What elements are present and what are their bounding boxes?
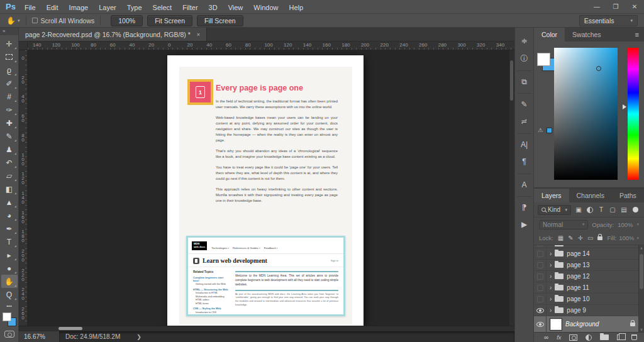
- layer-row[interactable]: ›page 11: [534, 282, 644, 294]
- eraser-tool[interactable]: ▱: [1, 169, 18, 182]
- crop-tool[interactable]: #: [1, 90, 18, 103]
- menu-filter[interactable]: Filter: [182, 4, 197, 11]
- color-tab-color[interactable]: Color: [534, 28, 565, 41]
- layer-row[interactable]: ›page 14: [534, 248, 644, 260]
- gamut-color-swatch[interactable]: [547, 128, 552, 133]
- properties-panel-icon[interactable]: ⧉: [517, 70, 532, 87]
- mdn-sidebar-link[interactable]: CSS — Styling the Web: [193, 307, 230, 310]
- blur-tool[interactable]: ▲: [1, 196, 18, 209]
- hand-tool[interactable]: ✋: [1, 275, 18, 288]
- hue-slider[interactable]: [628, 48, 639, 180]
- glyphs-panel-icon[interactable]: A: [517, 174, 532, 190]
- move-tool[interactable]: ✛: [1, 37, 18, 50]
- blend-mode-dropdown[interactable]: Normal: [539, 220, 588, 229]
- mdn-sidebar-link[interactable]: HTML — Structuring the Web: [193, 288, 230, 291]
- filter-pixel-layers-icon[interactable]: ▣: [575, 206, 582, 213]
- filter-toggle-icon[interactable]: [631, 207, 639, 212]
- menu-select[interactable]: Select: [153, 4, 172, 11]
- mdn-nav-references-guides[interactable]: References & Guides▾: [233, 246, 260, 250]
- layer-visibility-toggle[interactable]: [534, 271, 547, 282]
- document-page[interactable]: 1 Every page is page one In the field of…: [167, 55, 364, 326]
- info-panel-icon[interactable]: ⓘ: [517, 53, 532, 64]
- menu-type[interactable]: Type: [127, 4, 142, 11]
- lock-artboard-icon[interactable]: ▭: [587, 234, 593, 241]
- scroll-up-arrow[interactable]: ∧: [639, 246, 644, 250]
- paragraph-panel-icon[interactable]: ¶: [517, 156, 532, 167]
- character-panel-icon[interactable]: A|: [517, 133, 532, 150]
- foreground-color-swatch[interactable]: [3, 312, 11, 321]
- menu-window[interactable]: Window: [253, 4, 278, 11]
- document-tab[interactable]: page 2-Recovered.psd @ 16.7% (Background…: [19, 28, 207, 41]
- dodge-tool[interactable]: ◕: [1, 209, 18, 222]
- scroll-down-arrow[interactable]: ∨: [639, 327, 644, 331]
- status-menu-chevron[interactable]: ❯: [136, 334, 142, 340]
- path-selection-tool[interactable]: ▸: [1, 248, 18, 262]
- layers-tab-layers[interactable]: Layers: [534, 189, 569, 202]
- clone-stamp-tool[interactable]: ♟: [1, 143, 18, 156]
- brush-tool[interactable]: ✎: [1, 130, 18, 143]
- eyedropper-tool[interactable]: ✑: [1, 103, 18, 116]
- zoom-level-field[interactable]: 16.67%: [24, 333, 53, 340]
- new-adjustment-layer-icon[interactable]: [586, 334, 592, 341]
- zoom-tool[interactable]: Q: [1, 288, 18, 301]
- fill-screen-button[interactable]: Fill Screen: [197, 15, 243, 26]
- menu-edit[interactable]: Edit: [47, 4, 58, 11]
- type-tool[interactable]: T: [1, 235, 18, 248]
- minimize-button[interactable]: —: [587, 0, 606, 14]
- mdn-nav-feedback[interactable]: Feedback▾: [264, 246, 278, 250]
- adjustments-panel-icon[interactable]: ≑: [517, 35, 532, 47]
- layers-tab-paths[interactable]: Paths: [612, 189, 644, 202]
- lasso-tool[interactable]: ϱ: [1, 63, 18, 77]
- pen-tool[interactable]: ✒: [1, 222, 18, 235]
- color-picker-ring[interactable]: [596, 66, 601, 71]
- menu-3d[interactable]: 3D: [209, 4, 218, 11]
- rectangular-marquee-tool[interactable]: [1, 50, 18, 63]
- lock-all-icon[interactable]: [597, 236, 602, 240]
- layer-visibility-toggle[interactable]: [534, 316, 547, 332]
- layer-visibility-toggle[interactable]: [534, 245, 547, 248]
- foreground-color-swatch[interactable]: [537, 53, 550, 66]
- opacity-value[interactable]: 100%: [618, 221, 633, 228]
- spot-healing-brush-tool[interactable]: ✚: [1, 116, 18, 130]
- paragraph-styles-panel-icon[interactable]: ⁋: [517, 196, 532, 212]
- chevron-down-icon[interactable]: [18, 18, 20, 23]
- hue-slider-pointer[interactable]: [623, 104, 629, 109]
- layer-style-icon[interactable]: fx: [557, 334, 561, 341]
- layers-tab-channels[interactable]: Channels: [569, 189, 612, 202]
- gradient-tool[interactable]: ◧: [1, 182, 18, 196]
- background-layer-row[interactable]: Background: [534, 316, 644, 332]
- lock-transparent-pixels-icon[interactable]: ▦: [558, 234, 564, 241]
- menu-image[interactable]: Image: [69, 4, 89, 11]
- layer-filter-kind-dropdown[interactable]: Kind: [538, 205, 571, 215]
- mdn-sidebar-item[interactable]: Getting started with the Web: [193, 283, 230, 285]
- scroll-all-windows-checkbox[interactable]: [32, 18, 38, 23]
- menu-layer[interactable]: Layer: [99, 4, 116, 11]
- mdn-nav-technologies[interactable]: Technologies▾: [211, 246, 229, 250]
- panel-menu-icon[interactable]: ≡: [630, 28, 644, 41]
- edit-toolbar-icon[interactable]: •••: [6, 303, 11, 309]
- new-layer-icon[interactable]: [617, 334, 623, 340]
- layer-visibility-toggle[interactable]: [534, 305, 547, 316]
- lock-image-pixels-icon[interactable]: ✎: [568, 234, 573, 241]
- brushes-panel-icon[interactable]: ✎: [517, 93, 532, 109]
- layer-row[interactable]: ›page 10: [534, 294, 644, 305]
- toolbar-collapse-control[interactable]: »: [0, 28, 18, 35]
- scrollbar-thumb[interactable]: [640, 254, 643, 289]
- workspace-switcher[interactable]: Essentials: [579, 15, 638, 26]
- link-layers-icon[interactable]: ∞: [544, 334, 548, 341]
- new-group-icon[interactable]: [600, 334, 609, 340]
- mdn-sidebar-item[interactable]: HTML forms: [193, 302, 230, 305]
- gamut-warning-icon[interactable]: ⚠: [538, 127, 543, 133]
- mdn-sidebar-link[interactable]: Complete beginners start here!: [193, 276, 230, 282]
- saturation-brightness-field[interactable]: [554, 48, 618, 180]
- filter-adjustment-layers-icon[interactable]: [586, 207, 594, 213]
- layer-row[interactable]: ›page 13: [534, 260, 644, 271]
- close-button[interactable]: ✕: [625, 0, 644, 14]
- scrollbar-thumb[interactable]: [58, 327, 82, 330]
- canvas-vertical-scrollbar[interactable]: [509, 50, 514, 326]
- canvas-area[interactable]: 1401201008060402002040608010012014016018…: [19, 41, 514, 326]
- mdn-sidebar-item[interactable]: HTML tables: [193, 299, 230, 301]
- actions-panel-icon[interactable]: ▶: [517, 219, 532, 230]
- restore-button[interactable]: ❐: [606, 0, 625, 14]
- layer-visibility-toggle[interactable]: [534, 282, 547, 293]
